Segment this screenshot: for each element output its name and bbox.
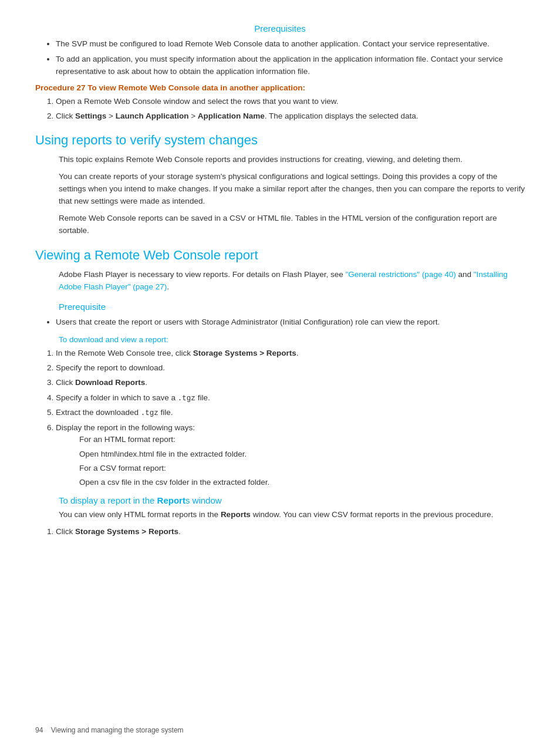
procedure27-step-1: Open a Remote Web Console window and sel… (56, 96, 525, 107)
download-step-4: Specify a folder in which to save a .tgz… (56, 392, 525, 404)
using-reports-para-2: You can create reports of your storage s… (59, 171, 525, 208)
prereq-bullet-1: The SVP must be configured to load Remot… (56, 38, 525, 50)
download-step-6: Display the report in the following ways… (56, 422, 525, 488)
section-using-reports-title: Using reports to verify system changes (35, 133, 525, 148)
download-step-1: In the Remote Web Console tree, click St… (56, 347, 525, 359)
sub-item-4: Open a csv file in the csv folder in the… (79, 477, 525, 488)
display-title-post: s window (185, 495, 222, 505)
using-reports-para-1: This topic explains Remote Web Console r… (59, 154, 525, 166)
sub-item-2: Open html\index.html file in the extract… (79, 448, 525, 460)
prereq-bullet-2: To add an application, you must specify … (56, 53, 525, 77)
display-section-title: To display a report in the Reports windo… (59, 495, 525, 505)
using-reports-content: This topic explains Remote Web Console r… (59, 154, 525, 237)
section-viewing-title: Viewing a Remote Web Console report (35, 248, 525, 263)
sub-item-1: For an HTML format report: (79, 434, 525, 445)
prerequisite-list: Users that create the report or users wi… (56, 316, 525, 328)
intro-end: . (167, 282, 169, 291)
general-restrictions-link[interactable]: "General restrictions" (page 40) (345, 270, 456, 279)
procedure27-steps: Open a Remote Web Console window and sel… (56, 96, 525, 123)
viewing-intro: Adobe Flash Player is necessary to view … (59, 269, 525, 293)
footer-text: Viewing and managing the storage system (51, 726, 184, 734)
download-step-3: Click Download Reports. (56, 377, 525, 389)
download-steps: In the Remote Web Console tree, click St… (56, 347, 525, 489)
page-number: 94 (35, 726, 43, 734)
prerequisite-title: Prerequisite (59, 302, 525, 312)
procedure27-step-2: Click Settings > Launch Application > Ap… (56, 110, 525, 122)
display-title-pre: To display a report in the (59, 495, 157, 505)
viewing-intro-para: Adobe Flash Player is necessary to view … (59, 269, 525, 293)
download-section-title: To download and view a report: (59, 335, 525, 344)
display-section-intro: You can view only HTML format reports in… (59, 509, 525, 521)
display-title-bold: Report (157, 495, 185, 505)
display-section-content: You can view only HTML format reports in… (59, 509, 525, 521)
link-between: and (456, 270, 474, 279)
using-reports-para-3: Remote Web Console reports can be saved … (59, 212, 525, 237)
prerequisite-bullet-1: Users that create the report or users wi… (56, 316, 525, 328)
download-step-2: Specify the report to download. (56, 362, 525, 374)
prerequisites-top-list: The SVP must be configured to load Remot… (56, 38, 525, 77)
sub-item-3: For a CSV format report: (79, 463, 525, 474)
procedure27-link[interactable]: Procedure 27 To view Remote Web Console … (35, 83, 525, 92)
display-step-1: Click Storage Systems > Reports. (56, 526, 525, 538)
prerequisites-top-title: Prerequisites (35, 23, 525, 33)
page-footer: 94 Viewing and managing the storage syst… (35, 726, 184, 734)
display-steps: Click Storage Systems > Reports. (56, 526, 525, 538)
download-step-5: Extract the downloaded .tgz file. (56, 407, 525, 419)
viewing-intro-text: Adobe Flash Player is necessary to view … (59, 270, 345, 279)
